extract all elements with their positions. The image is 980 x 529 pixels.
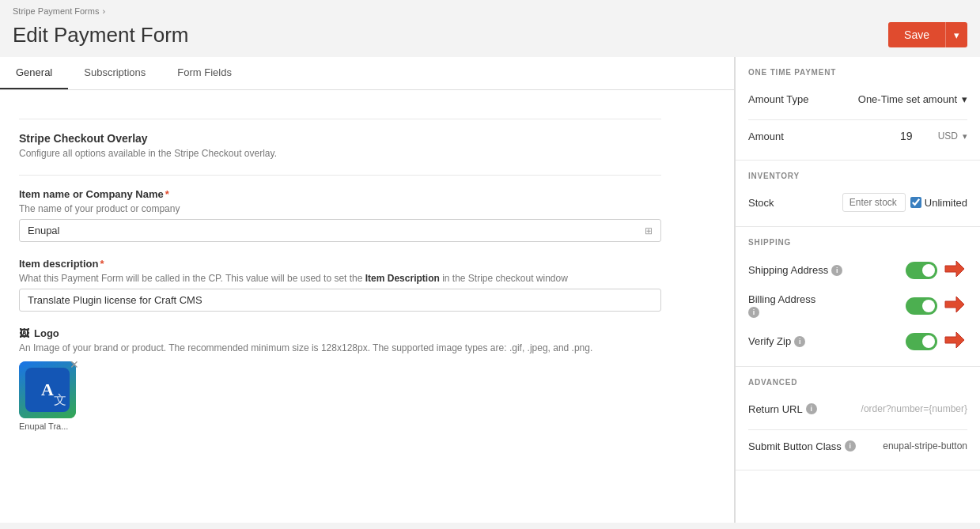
stripe-checkout-section: Stripe Checkout Overlay Configure all op… [19,132,661,159]
main-layout: General Subscriptions Form Fields Stripe… [0,57,980,523]
breadcrumb-parent[interactable]: Stripe Payment Forms [13,6,99,16]
return-url-info-icon: i [806,403,817,414]
svg-marker-2 [945,332,964,348]
inventory-section: INVENTORY Stock Unlimited [736,161,980,227]
currency-value: USD [938,130,958,142]
logo-remove-button[interactable]: ✕ [70,358,79,371]
shipping-address-info-icon: i [831,265,842,276]
content-area: General Subscriptions Form Fields Stripe… [0,57,735,523]
save-button[interactable]: Save [888,22,945,47]
billing-address-label: Billing Address i [748,293,819,318]
chevron-down-icon: ▾ [954,29,959,41]
unlimited-checkbox[interactable] [910,197,921,208]
billing-address-controls [906,292,967,319]
amount-type-label: Amount Type [748,93,819,105]
item-description-hint: What this Payment Form will be called in… [19,273,661,284]
item-name-input[interactable] [28,225,645,236]
one-time-payment-title: ONE TIME PAYMENT [748,68,967,77]
save-dropdown-button[interactable]: ▾ [945,22,967,47]
shipping-address-arrow-icon [942,256,967,284]
amount-value-group: 19 USD ▾ [900,130,967,142]
stock-input[interactable] [842,193,906,212]
item-name-input-wrapper: ⊞ [19,219,661,242]
logo-section: 🖼 Logo An Image of your brand or product… [19,327,661,432]
verify-zip-info-icon: i [794,336,805,347]
sidebar: ONE TIME PAYMENT Amount Type One-Time se… [735,57,980,523]
logo-image[interactable]: A 文 [19,361,76,418]
page-header: Edit Payment Form Save ▾ [0,16,980,57]
submit-button-class-row: Submit Button Class i enupal-stripe-butt… [748,433,967,459]
return-url-value: /order?number={number} [861,403,967,414]
shipping-address-slider [906,262,937,279]
billing-address-arrow-icon [942,292,967,319]
item-name-required: * [165,188,169,200]
submit-button-class-value: enupal-stripe-button [883,440,967,452]
image-icon: 🖼 [19,327,29,339]
amount-type-chevron-icon: ▾ [962,93,967,105]
item-name-label: Item name or Company Name* [19,188,661,200]
stock-label: Stock [748,197,819,209]
shipping-title: SHIPPING [748,238,967,247]
verify-zip-toggle[interactable] [906,333,937,350]
advanced-section: ADVANCED Return URL i /order?number={num… [736,367,980,470]
logo-description: An Image of your brand or product. The r… [19,342,661,353]
unlimited-checkbox-label: Unlimited [910,197,967,209]
submit-button-class-label: Submit Button Class i [748,440,856,452]
return-url-row: Return URL i /order?number={number} [748,396,967,421]
sidebar-divider-advanced [748,429,967,430]
billing-address-row: Billing Address i [748,292,967,319]
shipping-section: SHIPPING Shipping Address i [736,227,980,367]
currency-chevron-icon: ▾ [963,131,967,142]
advanced-title: ADVANCED [748,378,967,387]
tab-subscriptions[interactable]: Subscriptions [68,57,161,89]
verify-zip-label: Verify Zip i [748,335,819,347]
verify-zip-arrow-icon [942,327,967,355]
amount-row: Amount 19 USD ▾ [748,123,967,149]
item-description-input[interactable] [28,294,653,306]
item-desc-required: * [100,258,104,270]
return-url-label: Return URL i [748,403,819,415]
page-title: Edit Payment Form [13,23,189,47]
divider-2 [19,175,661,176]
amount-type-row: Amount Type One-Time set amount ▾ [748,86,967,111]
svg-marker-0 [945,261,964,277]
item-name-hint: The name of your product or company [19,203,661,214]
item-description-input-wrapper [19,289,661,312]
billing-address-slider [906,297,937,315]
sidebar-divider-1 [748,119,967,120]
tab-form-fields[interactable]: Form Fields [161,57,248,89]
amount-label: Amount [748,130,819,142]
one-time-payment-section: ONE TIME PAYMENT Amount Type One-Time se… [736,57,980,161]
item-name-icon: ⊞ [645,225,653,236]
item-description-label: Item description* [19,258,661,270]
amount-value: 19 [900,130,913,142]
unlimited-label: Unlimited [925,197,967,209]
billing-address-info-icon: i [748,307,759,318]
shipping-address-toggle[interactable] [906,262,937,279]
tabs: General Subscriptions Form Fields [0,57,734,90]
shipping-address-row: Shipping Address i [748,256,967,284]
content-body: Stripe Checkout Overlay Configure all op… [0,90,680,460]
item-description-field: Item description* What this Payment Form… [19,258,661,312]
breadcrumb: Stripe Payment Forms › [0,0,980,16]
stripe-checkout-desc: Configure all options available in the S… [19,148,661,159]
breadcrumb-separator: › [102,6,105,16]
divider-1 [19,119,661,119]
stock-controls: Unlimited [842,193,967,212]
save-button-group: Save ▾ [888,22,967,47]
billing-address-toggle[interactable] [906,297,937,315]
item-name-field: Item name or Company Name* The name of y… [19,188,661,242]
stripe-checkout-title: Stripe Checkout Overlay [19,132,661,145]
logo-label: 🖼 Logo [19,327,661,339]
inventory-title: INVENTORY [748,172,967,180]
submit-class-info-icon: i [845,440,856,452]
verify-zip-controls [906,327,967,355]
stock-row: Stock Unlimited [748,190,967,215]
verify-zip-slider [906,333,937,350]
logo-preview: A 文 ✕ Enupal Tra... [19,361,76,431]
verify-zip-row: Verify Zip i [748,327,967,355]
tab-general[interactable]: General [0,57,68,89]
shipping-address-label: Shipping Address i [748,264,842,276]
amount-type-value: One-Time set amount ▾ [858,93,967,105]
logo-filename: Enupal Tra... [19,421,76,431]
